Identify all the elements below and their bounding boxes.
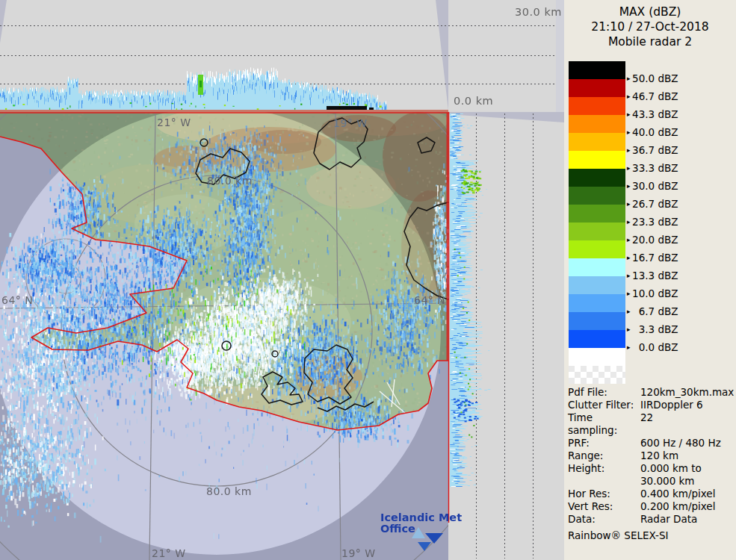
legend-tick-label: ▸50.0 dBZ bbox=[627, 72, 684, 84]
legend-tick-label: ▸36.7 dBZ bbox=[627, 144, 684, 156]
panel-header: MAX (dBZ) 21:10 / 27-Oct-2018 Mobile rad… bbox=[564, 4, 736, 49]
legend-color-swatch bbox=[569, 115, 625, 133]
icelandic-met-office-logo: Icelandic Met Office bbox=[380, 512, 470, 557]
metadata-value: 30.000 km bbox=[640, 475, 734, 488]
metadata-row: Range:120 km bbox=[568, 449, 734, 462]
legend-transparent-swatch bbox=[569, 366, 625, 384]
legend-tick-label: ▸6.7 dBZ bbox=[627, 305, 684, 317]
metadata-label: PRF: bbox=[568, 437, 640, 449]
legend-arrow-icon: ▸ bbox=[627, 128, 631, 136]
legend-color-swatch bbox=[569, 169, 625, 187]
software-brand: Rainbow® SELEX-SI bbox=[568, 529, 734, 542]
metadata-row: Time sampling:22 bbox=[568, 411, 734, 437]
legend-arrow-icon: ▸ bbox=[627, 308, 631, 315]
scan-metadata: Pdf File:120km_30km.maxClutter Filter:II… bbox=[568, 386, 734, 542]
metadata-label: Clutter Filter: bbox=[568, 399, 640, 411]
logo-text-line1: Icelandic Met bbox=[380, 512, 470, 523]
legend-tick-label: ▸40.0 dBZ bbox=[627, 126, 684, 138]
metadata-row: PRF:600 Hz / 480 Hz bbox=[568, 437, 734, 449]
metadata-value: IIRDoppler 6 bbox=[640, 399, 734, 411]
metadata-value: 600 Hz / 480 Hz bbox=[640, 437, 734, 449]
legend-arrow-icon: ▸ bbox=[627, 164, 631, 172]
legend-color-swatch bbox=[569, 294, 625, 312]
legend-arrow-icon: ▸ bbox=[627, 111, 631, 118]
metadata-label: Time sampling: bbox=[568, 411, 640, 437]
metadata-value: 120km_30km.max bbox=[640, 386, 734, 399]
metadata-label: Range: bbox=[568, 449, 640, 462]
legend-arrow-icon: ▸ bbox=[627, 326, 631, 333]
legend-color-swatch bbox=[569, 348, 625, 366]
radar-map-canvas[interactable] bbox=[0, 0, 564, 560]
imo-logo-triangle-light-icon bbox=[412, 527, 425, 538]
metadata-row: Hor Res:0.400 km/pixel bbox=[568, 488, 734, 500]
legend-color-swatch bbox=[569, 151, 625, 169]
legend-arrow-icon: ▸ bbox=[627, 93, 631, 100]
legend-arrow-icon: ▸ bbox=[627, 236, 631, 243]
legend-tick-label: ▸33.3 dBZ bbox=[627, 162, 684, 174]
legend-color-swatch bbox=[569, 223, 625, 240]
metadata-label: Data: bbox=[568, 513, 640, 526]
metadata-row: Vert Res:0.200 km/pixel bbox=[568, 500, 734, 513]
legend-color-swatch bbox=[569, 79, 625, 97]
product-title: MAX (dBZ) bbox=[564, 4, 736, 19]
legend-color-swatch bbox=[569, 240, 625, 258]
legend-color-swatch bbox=[569, 312, 625, 330]
legend-arrow-icon: ▸ bbox=[627, 146, 631, 154]
rainbow-radar-window: 30.0 km 0.0 km 21° W 19° W 64° N 64° N 8… bbox=[0, 0, 736, 560]
legend-tick-label: ▸16.7 dBZ bbox=[627, 252, 684, 264]
legend-color-swatch bbox=[569, 330, 625, 348]
legend-color-swatch bbox=[569, 205, 625, 223]
imo-logo-triangle-mid-icon bbox=[418, 542, 431, 551]
metadata-value: 22 bbox=[640, 411, 734, 437]
legend-tick-label: ▸20.0 dBZ bbox=[627, 234, 684, 246]
legend-color-swatch bbox=[569, 258, 625, 276]
metadata-label: Vert Res: bbox=[568, 500, 640, 513]
legend-arrow-icon: ▸ bbox=[627, 343, 631, 351]
metadata-row: Data:Radar Data bbox=[568, 513, 734, 526]
legend-arrow-icon: ▸ bbox=[627, 75, 631, 82]
legend-color-swatch bbox=[569, 187, 625, 205]
legend-arrow-icon: ▸ bbox=[627, 200, 631, 208]
metadata-value: 0.200 km/pixel bbox=[640, 500, 734, 513]
metadata-value: 120 km bbox=[640, 449, 734, 462]
legend-tick-label: ▸30.0 dBZ bbox=[627, 180, 684, 192]
metadata-label: Pdf File: bbox=[568, 386, 640, 399]
metadata-row: Height:0.000 km to bbox=[568, 462, 734, 475]
metadata-row: Clutter Filter:IIRDoppler 6 bbox=[568, 399, 734, 411]
legend-arrow-icon: ▸ bbox=[627, 272, 631, 279]
legend-tick-label: ▸26.7 dBZ bbox=[627, 198, 684, 210]
legend-arrow-icon: ▸ bbox=[627, 254, 631, 261]
legend-tick-label: ▸43.3 dBZ bbox=[627, 108, 684, 120]
metadata-value: 0.000 km to bbox=[640, 462, 734, 475]
scan-timestamp: 21:10 / 27-Oct-2018 bbox=[564, 19, 736, 34]
legend-tick-label: ▸3.3 dBZ bbox=[627, 323, 684, 335]
legend-color-swatch bbox=[569, 133, 625, 151]
legend-tick-label: ▸13.3 dBZ bbox=[627, 270, 684, 281]
legend-arrow-icon: ▸ bbox=[627, 290, 631, 297]
legend-color-swatch bbox=[569, 276, 625, 294]
radar-name: Mobile radar 2 bbox=[564, 34, 736, 49]
legend-arrow-icon: ▸ bbox=[627, 218, 631, 225]
legend-color-swatch bbox=[569, 97, 625, 115]
legend-tick-label: ▸46.7 dBZ bbox=[627, 90, 684, 102]
metadata-value: Radar Data bbox=[640, 513, 734, 526]
legend-arrow-icon: ▸ bbox=[627, 182, 631, 190]
legend-color-swatch bbox=[569, 61, 625, 79]
metadata-row: Pdf File:120km_30km.max bbox=[568, 386, 734, 399]
legend-panel: MAX (dBZ) 21:10 / 27-Oct-2018 Mobile rad… bbox=[564, 0, 736, 560]
metadata-label: Hor Res: bbox=[568, 488, 640, 500]
metadata-value: 0.400 km/pixel bbox=[640, 488, 734, 500]
metadata-row: 30.000 km bbox=[568, 475, 734, 488]
legend-tick-label: ▸10.0 dBZ bbox=[627, 287, 684, 299]
metadata-label bbox=[568, 475, 640, 488]
legend-tick-label: ▸23.3 dBZ bbox=[627, 216, 684, 228]
metadata-label: Height: bbox=[568, 462, 640, 475]
legend-tick-label: ▸0.0 dBZ bbox=[627, 341, 684, 353]
